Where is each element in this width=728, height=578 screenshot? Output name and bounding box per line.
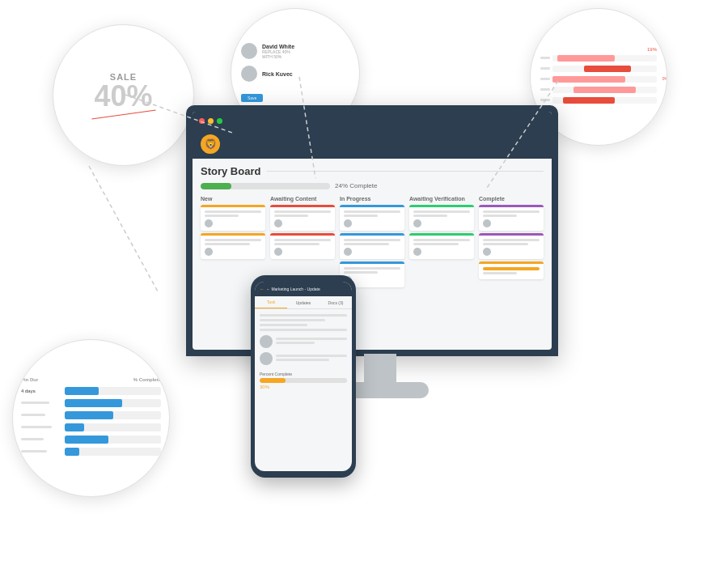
- phone-tabs: Task Updates Docs (3): [255, 296, 352, 309]
- app-header: 🦁: [193, 130, 552, 159]
- phone-avatar-section-2: [260, 352, 347, 365]
- user-row-2: Rick Kuvec: [241, 66, 349, 82]
- kanban-card: [479, 261, 544, 279]
- user-detail-2: WITH 50%: [262, 54, 349, 59]
- card-avatar: [483, 219, 491, 227]
- kanban-card: [340, 205, 404, 231]
- kanban-card: [201, 205, 265, 231]
- phone-tab-updates[interactable]: Updates: [287, 296, 320, 308]
- kanban-card: [270, 205, 335, 231]
- kanban-col-in-progress: In Progress: [340, 196, 404, 290]
- table-row-6: [21, 448, 161, 456]
- card-avatar: [413, 219, 421, 227]
- table-row-4: [21, 423, 161, 431]
- table-content: Pin Dur % Complete 4 days: [13, 369, 169, 468]
- user-content: David White REPLACE 40% WITH 50% Rick Ku…: [231, 33, 359, 113]
- user-info-2: Rick Kuvec: [262, 71, 349, 77]
- monitor-inner: 🦁 Story Board 24% Complete: [193, 112, 552, 350]
- percent-label: Percent Complete: [260, 372, 347, 376]
- bar-bg-3: [65, 411, 161, 419]
- dot-red: [199, 118, 205, 124]
- card-avatar: [274, 248, 282, 256]
- bar-fill-3: [65, 411, 113, 419]
- save-button[interactable]: Save: [241, 94, 263, 102]
- gantt-row-2: [540, 66, 657, 72]
- progress-bar-section: 24% Complete: [201, 182, 544, 189]
- gantt-percent: 19%: [540, 47, 657, 52]
- card-avatar: [344, 219, 352, 227]
- phone-header: ← ← Marketing Launch - Update: [255, 282, 352, 296]
- col-header-2: % Complete: [65, 377, 161, 382]
- gantt-label-5: [540, 99, 550, 101]
- gantt-bar-bg-1: [552, 55, 657, 62]
- phone-title: ← Marketing Launch - Update: [266, 287, 347, 291]
- gantt-bar-bg-2: [552, 66, 657, 72]
- table-header: Pin Dur % Complete: [21, 377, 161, 382]
- gantt-label-3: [540, 78, 550, 80]
- bar-bg-2: [65, 399, 161, 407]
- monitor-stand-neck: [364, 354, 396, 382]
- monitor-toolbar: [193, 112, 552, 130]
- storyboard-title: Story Board: [201, 165, 260, 177]
- phone-avatar-section-1: [260, 335, 347, 348]
- gantt-label-4: [540, 88, 550, 91]
- dot-yellow: [208, 118, 214, 124]
- kanban-col-complete: Complete: [479, 196, 544, 290]
- table-row-1: 4 days: [21, 387, 161, 395]
- kanban-card: [409, 205, 474, 231]
- phone-screen: ← ← Marketing Launch - Update Task Updat…: [255, 282, 352, 471]
- bar-bg-5: [65, 436, 161, 444]
- bar-fill-1: [65, 387, 99, 395]
- kanban-card: [201, 233, 265, 259]
- card-avatar: [344, 248, 352, 256]
- gantt-row-3: 0%: [540, 76, 657, 83]
- phone-tab-task[interactable]: Task: [255, 296, 287, 308]
- kanban-card: [479, 233, 544, 259]
- sale-bubble: SALE 40%: [53, 24, 194, 166]
- storyboard-title-row: Story Board: [201, 165, 544, 177]
- gantt-zero-label: 0%: [662, 76, 667, 81]
- phone-avatar-1: [260, 335, 273, 348]
- kanban-board: New: [201, 196, 544, 290]
- phone-tab-docs[interactable]: Docs (3): [320, 296, 352, 308]
- card-avatar: [205, 248, 213, 256]
- progress-bar-bg: [201, 183, 330, 189]
- col-header-complete: Complete: [479, 196, 544, 202]
- kanban-card: [270, 233, 335, 259]
- table-bubble: Pin Dur % Complete 4 days: [12, 339, 170, 497]
- percent-bar-fill: [260, 378, 286, 383]
- bar-bg-1: [65, 387, 161, 395]
- user-name-1: David White: [262, 44, 349, 49]
- col-header-new: New: [201, 196, 265, 202]
- title-divider: [267, 171, 544, 172]
- bar-fill-6: [65, 448, 79, 456]
- user-name-2: Rick Kuvec: [262, 71, 349, 77]
- card-avatar: [274, 219, 282, 227]
- svg-line-3: [89, 166, 158, 291]
- bar-fill-2: [65, 399, 122, 407]
- monitor: 🦁 Story Board 24% Complete: [186, 105, 574, 413]
- bar-fill-4: [65, 423, 84, 431]
- user-info-1: David White REPLACE 40% WITH 50%: [262, 44, 349, 59]
- gantt-bar-bg-4: [552, 87, 657, 93]
- phone-avatar-2: [260, 352, 273, 365]
- col-header-awaiting: Awaiting Content: [270, 196, 335, 202]
- gantt-row-1: [540, 55, 657, 62]
- sale-percent: 40%: [91, 82, 156, 111]
- gantt-label-1: [540, 57, 550, 59]
- table-row-2: [21, 399, 161, 407]
- user-row-1: David White REPLACE 40% WITH 50%: [241, 43, 349, 59]
- user-avatar-2: [241, 66, 257, 82]
- bar-bg-4: [65, 423, 161, 431]
- kanban-col-awaiting-verify: Awaiting Verification: [409, 196, 474, 290]
- user-avatar-1: [241, 43, 257, 59]
- kanban-card: [340, 233, 404, 259]
- phone-body: Percent Complete 30%: [255, 309, 352, 394]
- monitor-screen: 🦁 Story Board 24% Complete: [186, 105, 558, 356]
- col-header-1: Pin Dur: [21, 377, 61, 382]
- gantt-bar-bg-3: 0%: [552, 76, 657, 83]
- app-logo: 🦁: [201, 134, 220, 154]
- phone: ← ← Marketing Launch - Update Task Updat…: [251, 275, 356, 478]
- scene: SALE 40% David White REPLACE 40% WITH 50…: [0, 0, 728, 578]
- phone-back-arrow: ←: [260, 287, 265, 291]
